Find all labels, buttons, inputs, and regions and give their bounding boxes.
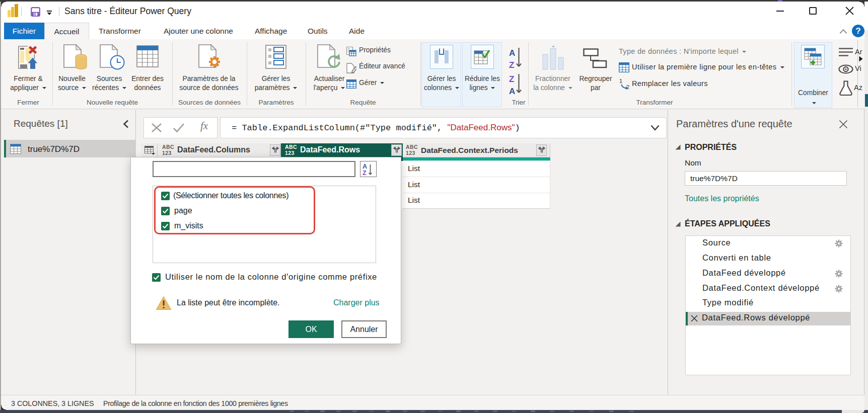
svg-text:A: A: [509, 48, 515, 58]
svg-text:A: A: [509, 87, 515, 96]
svg-text:2: 2: [626, 84, 629, 90]
svg-text:Z: Z: [363, 170, 367, 176]
svg-text:A: A: [363, 163, 367, 170]
svg-text:Z: Z: [509, 60, 514, 70]
svg-text:Z: Z: [509, 74, 514, 84]
svg-text:1: 1: [619, 78, 622, 84]
